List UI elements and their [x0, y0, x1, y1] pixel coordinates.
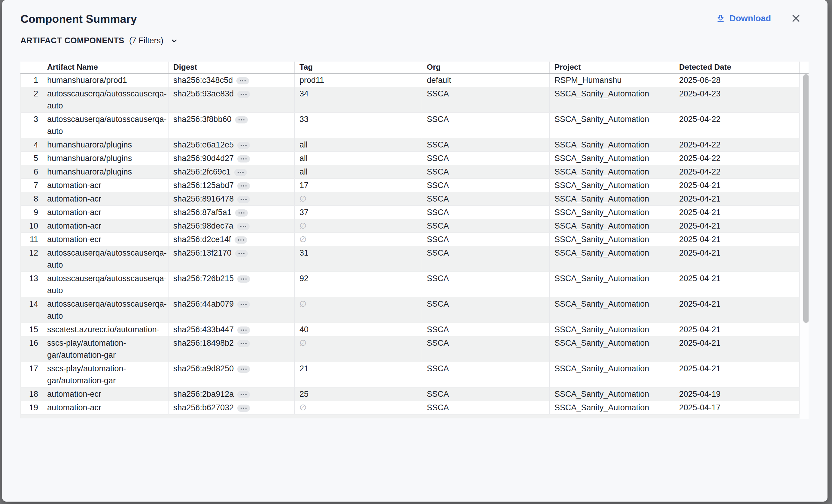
digest-expand-button[interactable] [235, 116, 248, 124]
ellipsis-icon [238, 239, 244, 241]
artifact-name-cell: humanshuarora/prod1 [42, 74, 168, 87]
ellipsis-icon [238, 119, 244, 121]
row-number: 16 [21, 337, 42, 362]
table-row[interactable]: 6 humanshuarora/plugins sha256:2fc69c1 a… [21, 165, 800, 179]
column-header-filler [800, 61, 809, 73]
row-number: 6 [21, 165, 42, 179]
digest-expand-button[interactable] [237, 301, 250, 308]
digest-expand-button[interactable] [236, 77, 249, 84]
artifact-name-cell: autosscauserqa/autosscauserqa- auto [42, 272, 168, 297]
digest-expand-button[interactable] [237, 391, 250, 398]
artifact-name-cell: automation-acr [42, 401, 168, 414]
artifact-name-cell: humanshuarora/plugins [42, 165, 168, 179]
filters-count-label: (7 Filters) [129, 36, 163, 45]
digest-value: sha256:93ae83d [173, 88, 234, 100]
table-row[interactable]: 19 automation-acr sha256:b627032 ∅ SSCA … [21, 401, 800, 415]
digest-expand-button[interactable] [237, 196, 250, 203]
artifact-name-cell: autosscauserqa/autosscauserqa- auto [42, 113, 168, 138]
table-row[interactable]: 14 autosscauserqa/autosscauserqa- auto s… [21, 297, 800, 323]
org-cell: SSCA [422, 272, 550, 297]
column-header-org: Org [422, 61, 550, 73]
table-row[interactable]: 7 automation-acr sha256:125abd7 17 SSCA … [21, 179, 800, 192]
table-row[interactable]: 3 autosscauserqa/autosscauserqa- auto sh… [21, 113, 800, 138]
table-row[interactable]: 16 sscs-play/automation- gar/automation-… [21, 337, 800, 362]
table-row[interactable]: 12 autosscauserqa/autosscauserqa- auto s… [21, 246, 800, 272]
tag-cell: 21 [295, 362, 422, 387]
digest-cell: sha256:87af5a1 [168, 206, 295, 219]
table-row[interactable]: 8 automation-acr sha256:8916478 ∅ SSCA S… [21, 192, 800, 206]
project-cell: SSCA_Sanity_Automation [550, 138, 674, 151]
org-cell: SSCA [422, 337, 550, 362]
ellipsis-icon [241, 369, 246, 370]
ellipsis-icon [241, 145, 246, 146]
table-row[interactable]: 2 autosscauserqa/autosscauserqa- auto sh… [21, 87, 800, 113]
section-label: ARTIFACT COMPONENTS [20, 36, 124, 45]
digest-expand-button[interactable] [237, 155, 250, 162]
row-number: 17 [21, 362, 42, 387]
project-cell: SSCA_Sanity_Automation [550, 233, 674, 246]
digest-value: sha256:726b215 [173, 272, 234, 285]
digest-value: sha256:44ab079 [173, 298, 234, 310]
row-number: 3 [21, 113, 42, 138]
digest-expand-button[interactable] [235, 250, 248, 257]
ellipsis-icon [238, 172, 243, 173]
detected-date-cell: 2025-04-21 [674, 272, 800, 297]
tag-cell: 31 [295, 246, 422, 271]
table-row[interactable]: 4 humanshuarora/plugins sha256:e6a12e5 a… [21, 138, 800, 152]
download-button[interactable]: Download [714, 12, 773, 25]
tag-cell: 34 [295, 87, 422, 112]
artifact-name-cell: automation-acr [42, 206, 168, 219]
table-row[interactable]: 1 humanshuarora/prod1 sha256:c348c5d pro… [21, 74, 800, 87]
table-header-row: Artifact Name Digest Tag Org Project Det… [20, 61, 809, 74]
digest-expand-button[interactable] [237, 223, 250, 230]
digest-expand-button[interactable] [237, 404, 250, 412]
table-row[interactable]: 11 automation-ecr sha256:d2ce14f ∅ SSCA … [21, 233, 800, 246]
table-row[interactable]: 9 automation-acr sha256:87af5a1 37 SSCA … [21, 206, 800, 219]
component-summary-modal: Component Summary Download ARTIFACT COMP… [2, 0, 828, 502]
digest-expand-button[interactable] [237, 326, 250, 334]
download-icon [716, 14, 725, 23]
table-row[interactable]: 18 automation-ecr sha256:2ba912a 25 SSCA… [21, 388, 800, 401]
org-cell: SSCA [422, 113, 550, 138]
org-cell: SSCA [422, 165, 550, 179]
project-cell: SSCA_Sanity_Automation [550, 246, 674, 271]
ellipsis-icon [241, 94, 246, 95]
digest-expand-button[interactable] [237, 142, 250, 149]
artifact-name-cell: autosscauserqa/autosscauserqa- auto [42, 87, 168, 112]
table-row[interactable]: 13 autosscauserqa/autosscauserqa- auto s… [21, 272, 800, 297]
digest-expand-button[interactable] [235, 236, 247, 244]
project-cell: SSCA_Sanity_Automation [550, 388, 674, 401]
tag-cell: ∅ [295, 297, 422, 323]
digest-cell: sha256:8916478 [168, 192, 295, 206]
digest-cell: sha256:433b447 [168, 323, 295, 336]
page-title: Component Summary [20, 12, 137, 26]
table-row[interactable]: 17 sscs-play/automation- gar/automation-… [21, 362, 800, 388]
table-row[interactable]: 5 humanshuarora/plugins sha256:90d4d27 a… [21, 152, 800, 165]
table-row[interactable]: 15 sscatest.azurecr.io/automation-acr sh… [21, 323, 800, 337]
detected-date-cell: 2025-04-21 [674, 246, 800, 271]
table-row[interactable]: 10 automation-acr sha256:98dec7a ∅ SSCA … [21, 219, 800, 233]
digest-expand-button[interactable] [237, 91, 250, 98]
table-scrollbar-thumb[interactable] [803, 74, 809, 323]
close-button[interactable] [790, 12, 802, 25]
project-cell: SSCA_Sanity_Automation [550, 219, 674, 233]
digest-expand-button[interactable] [237, 275, 250, 283]
project-cell: SSCA_Sanity_Automation [550, 362, 674, 387]
digest-value: sha256:b627032 [173, 402, 234, 414]
artifact-name-cell: sscs-play/automation- gar/automation-gar [42, 362, 168, 387]
digest-expand-button[interactable] [234, 169, 247, 176]
digest-expand-button[interactable] [235, 209, 248, 217]
detected-date-cell: 2025-04-23 [674, 87, 800, 112]
ellipsis-icon [238, 212, 244, 214]
tag-cell: ∅ [295, 337, 422, 362]
digest-cell: sha256:c348c5d [168, 74, 295, 87]
digest-cell: sha256:a9d8250 [168, 362, 295, 387]
ellipsis-icon [241, 329, 246, 331]
digest-expand-button[interactable] [237, 182, 250, 189]
column-header-artifact-name: Artifact Name [42, 61, 168, 73]
column-header-digest: Digest [168, 61, 295, 73]
digest-expand-button[interactable] [237, 366, 250, 373]
tag-cell: 25 [295, 388, 422, 401]
digest-expand-button[interactable] [237, 340, 250, 347]
chevron-down-icon[interactable] [170, 37, 178, 45]
